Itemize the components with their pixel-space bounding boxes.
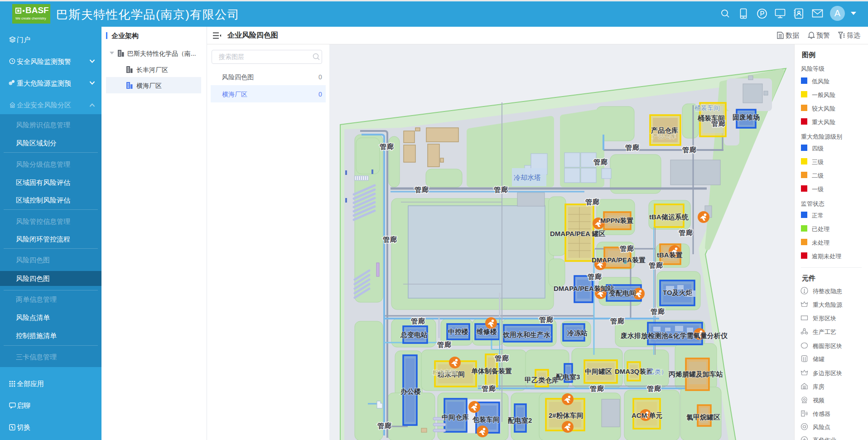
svg-text:管廊: 管廊	[414, 186, 429, 193]
svg-text:DMAPA/PEA装卸站: DMAPA/PEA装卸站	[554, 285, 614, 292]
svg-text:TO及火炬: TO及火炬	[663, 289, 693, 296]
svg-text:管廊: 管廊	[648, 261, 663, 269]
svg-text:中控楼: 中控楼	[448, 328, 468, 335]
svg-text:桶装车间: 桶装车间	[694, 104, 720, 111]
svg-text:桶装车间: 桶装车间	[697, 114, 725, 122]
svg-text:粉末车间: 粉末车间	[432, 369, 456, 376]
svg-text:管廊: 管廊	[410, 317, 425, 325]
svg-text:产品仓库: 产品仓库	[652, 133, 676, 140]
svg-text:配电室3: 配电室3	[556, 373, 580, 381]
svg-text:管廊: 管廊	[437, 341, 452, 348]
svg-text:管廊: 管廊	[650, 308, 665, 315]
svg-text:管廊: 管廊	[625, 144, 640, 151]
svg-text:管廊: 管廊	[587, 273, 602, 280]
svg-text:（乙类）: （乙类）	[642, 368, 667, 375]
svg-text:管廊: 管廊	[481, 385, 496, 392]
svg-text:MPPN装置: MPPN装置	[600, 217, 633, 224]
svg-text:管廊: 管廊	[494, 354, 509, 362]
svg-text:单体制备装置: 单体制备装置	[471, 367, 512, 375]
svg-text:甲乙类仓库: 甲乙类仓库	[525, 376, 559, 384]
svg-text:管廊: 管廊	[646, 385, 661, 392]
svg-text:管廊: 管廊	[682, 146, 697, 154]
svg-text:管廊: 管廊	[593, 158, 608, 166]
svg-text:中间罐区: 中间罐区	[585, 367, 612, 375]
svg-text:管廊: 管廊	[678, 229, 693, 237]
svg-text:管廊: 管廊	[539, 316, 554, 324]
svg-text:包装车间: 包装车间	[472, 416, 500, 423]
svg-text:管廊: 管廊	[610, 317, 625, 325]
svg-text:固废堆场: 固废堆场	[733, 113, 760, 121]
svg-text:管廊: 管廊	[585, 198, 600, 206]
svg-text:办公楼: 办公楼	[400, 387, 421, 395]
svg-text:管廊: 管廊	[382, 236, 397, 243]
svg-text:总变电站: 总变电站	[400, 331, 428, 338]
svg-text:管廊: 管廊	[377, 422, 392, 430]
svg-text:配电室2: 配电室2	[508, 416, 532, 424]
svg-text:管廊: 管廊	[589, 385, 604, 392]
svg-text:tBA储运系统: tBA储运系统	[649, 213, 689, 221]
svg-text:冷冻站: 冷冻站	[567, 329, 588, 337]
svg-text:氯甲烷罐区: 氯甲烷罐区	[686, 413, 720, 421]
svg-text:管廊: 管廊	[379, 143, 394, 150]
svg-text:2#粉体车间: 2#粉体车间	[549, 411, 583, 419]
svg-text:中间仓库: 中间仓库	[442, 413, 469, 421]
svg-text:饮用水和生产水: 饮用水和生产水	[502, 331, 551, 338]
svg-text:冷却水塔: 冷却水塔	[514, 174, 541, 181]
svg-text:tBA装置: tBA装置	[657, 251, 683, 259]
svg-text:维修楼: 维修楼	[476, 328, 497, 335]
svg-text:DMAPA/PEA 罐区: DMAPA/PEA 罐区	[550, 230, 606, 237]
svg-text:变配电间: 变配电间	[608, 289, 636, 297]
svg-text:DMAPA/PEA装置: DMAPA/PEA装置	[592, 256, 646, 264]
svg-text:管廊: 管廊	[619, 245, 634, 252]
svg-text:丙烯腈罐及卸车站: 丙烯腈罐及卸车站	[668, 370, 723, 378]
svg-text:废水排放检测池&化学需氧量分析仪: 废水排放检测池&化学需氧量分析仪	[620, 332, 728, 340]
svg-text:管廊: 管廊	[493, 186, 508, 193]
svg-text:ACM 单元: ACM 单元	[632, 411, 662, 419]
